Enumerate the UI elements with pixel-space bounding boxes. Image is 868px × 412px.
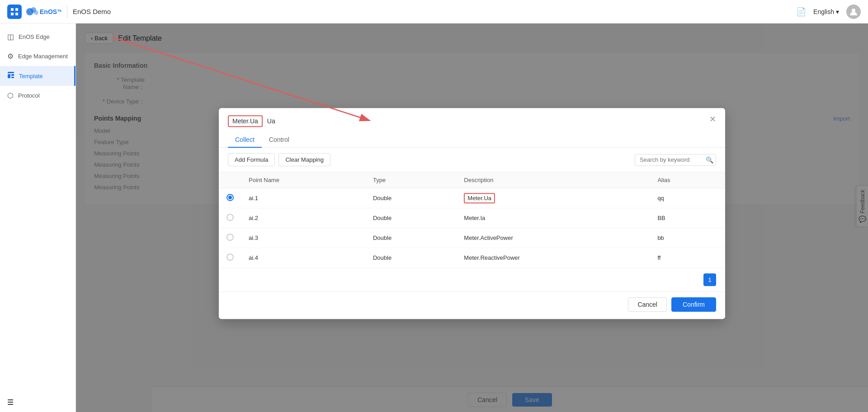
dialog-header: Meter.Ua Ua ✕ bbox=[219, 108, 725, 127]
edge-icon: ◫ bbox=[7, 33, 14, 41]
sidebar-item-label-protocol: Protocol bbox=[18, 92, 40, 99]
toolbar-left: Add Formula Clear Mapping bbox=[228, 153, 330, 166]
row3-alias: bb bbox=[650, 228, 725, 248]
row2-alias: BB bbox=[650, 208, 725, 228]
col-description: Description bbox=[457, 172, 650, 188]
row4-description: Meter.ReactivePower bbox=[457, 248, 650, 268]
row1-alias: qq bbox=[650, 188, 725, 208]
sidebar-item-template[interactable]: Template bbox=[0, 66, 75, 86]
row1-radio-cell[interactable] bbox=[219, 188, 241, 208]
main-layout: ◫ EnOS Edge ⚙ Edge Management Template ⬡… bbox=[0, 23, 868, 412]
chevron-down-icon: ▾ bbox=[836, 8, 839, 15]
search-icon: 🔍 bbox=[706, 156, 713, 164]
radio-btn-3[interactable] bbox=[226, 234, 234, 241]
add-formula-button[interactable]: Add Formula bbox=[228, 153, 275, 166]
svg-rect-10 bbox=[8, 74, 10, 78]
table-row[interactable]: ai.3 Double Meter.ActivePower bb bbox=[219, 228, 725, 248]
topbar-divider bbox=[67, 5, 67, 18]
row2-type: Double bbox=[366, 208, 457, 228]
row3-radio-cell[interactable] bbox=[219, 228, 241, 248]
main-content: ‹ Back Edit Template Basic Information T… bbox=[76, 23, 868, 412]
tab-control[interactable]: Control bbox=[262, 132, 297, 148]
svg-rect-12 bbox=[11, 77, 14, 78]
row1-desc-box: Meter.Ua bbox=[464, 193, 495, 203]
row4-type: Double bbox=[366, 248, 457, 268]
topbar-right: 📄 English ▾ bbox=[796, 5, 861, 19]
dialog-table: Point Name Type Description Alias bbox=[219, 172, 725, 268]
cancel-button[interactable]: Cancel bbox=[628, 297, 667, 312]
enos-logo: EnOS™ bbox=[25, 5, 61, 18]
svg-point-8 bbox=[852, 9, 855, 12]
row2-point-name: ai.2 bbox=[241, 208, 366, 228]
row4-radio-cell[interactable] bbox=[219, 248, 241, 268]
svg-point-6 bbox=[34, 10, 38, 15]
row1-description: Meter.Ua bbox=[457, 188, 650, 208]
table-row[interactable]: ai.2 Double Meter.Ia BB bbox=[219, 208, 725, 228]
search-box: 🔍 bbox=[635, 154, 716, 166]
collapse-icon: ☰ bbox=[7, 398, 14, 406]
dialog-toolbar: Add Formula Clear Mapping 🔍 bbox=[219, 148, 725, 172]
protocol-icon: ⬡ bbox=[7, 91, 14, 100]
sidebar-item-enos-edge[interactable]: ◫ EnOS Edge bbox=[0, 27, 75, 47]
row2-radio-cell[interactable] bbox=[219, 208, 241, 228]
sidebar-item-label-edge: EnOS Edge bbox=[19, 33, 50, 40]
logo-area: EnOS™ bbox=[7, 5, 61, 19]
row2-description: Meter.Ia bbox=[457, 208, 650, 228]
sidebar-item-label-management: Edge Management bbox=[18, 53, 68, 60]
svg-rect-2 bbox=[11, 13, 14, 15]
col-point-name: Point Name bbox=[241, 172, 366, 188]
svg-rect-1 bbox=[15, 8, 18, 11]
avatar[interactable] bbox=[846, 5, 861, 19]
row3-type: Double bbox=[366, 228, 457, 248]
table-body: ai.1 Double Meter.Ua qq ai.2 Double M bbox=[219, 188, 725, 268]
table-row[interactable]: ai.1 Double Meter.Ua qq bbox=[219, 188, 725, 208]
dialog-tabs: Collect Control bbox=[219, 132, 725, 148]
sidebar-item-protocol[interactable]: ⬡ Protocol bbox=[0, 86, 75, 105]
dialog-title: Meter.Ua bbox=[228, 115, 263, 127]
template-icon bbox=[7, 71, 14, 80]
lang-label: English bbox=[813, 8, 834, 15]
doc-icon[interactable]: 📄 bbox=[796, 7, 806, 17]
svg-rect-3 bbox=[15, 13, 18, 15]
table-header-row: Point Name Type Description Alias bbox=[219, 172, 725, 188]
dialog: Meter.Ua Ua ✕ Collect Control Add Formul… bbox=[219, 108, 725, 319]
management-icon: ⚙ bbox=[7, 52, 14, 61]
svg-text:EnOS™: EnOS™ bbox=[40, 8, 61, 15]
svg-rect-11 bbox=[11, 74, 14, 76]
sidebar-item-edge-management[interactable]: ⚙ Edge Management bbox=[0, 47, 75, 66]
row1-point-name: ai.1 bbox=[241, 188, 366, 208]
radio-btn-2[interactable] bbox=[226, 214, 234, 221]
search-input[interactable] bbox=[640, 156, 703, 163]
topbar: EnOS™ EnOS Demo 📄 English ▾ bbox=[0, 0, 868, 23]
col-alias: Alias bbox=[650, 172, 725, 188]
confirm-button[interactable]: Confirm bbox=[671, 297, 716, 312]
page-number[interactable]: 1 bbox=[703, 273, 716, 286]
sidebar-item-label-template: Template bbox=[19, 73, 43, 80]
radio-btn-4[interactable] bbox=[226, 253, 234, 261]
row1-type: Double bbox=[366, 188, 457, 208]
svg-rect-9 bbox=[8, 72, 14, 73]
row3-description: Meter.ActivePower bbox=[457, 228, 650, 248]
svg-rect-0 bbox=[11, 8, 14, 11]
close-button[interactable]: ✕ bbox=[709, 115, 716, 123]
tab-collect[interactable]: Collect bbox=[228, 132, 262, 148]
row4-alias: ff bbox=[650, 248, 725, 268]
radio-btn-1[interactable] bbox=[226, 194, 234, 201]
pagination-area: 1 bbox=[219, 268, 725, 291]
tab-collect-label: Collect bbox=[235, 136, 255, 143]
tab-control-label: Control bbox=[269, 136, 289, 143]
grid-icon[interactable] bbox=[7, 5, 22, 19]
app-title: EnOS Demo bbox=[73, 8, 111, 15]
row3-point-name: ai.3 bbox=[241, 228, 366, 248]
language-selector[interactable]: English ▾ bbox=[813, 8, 839, 15]
dialog-footer: Cancel Confirm bbox=[219, 291, 725, 319]
sidebar: ◫ EnOS Edge ⚙ Edge Management Template ⬡… bbox=[0, 23, 76, 412]
dialog-header-left: Meter.Ua Ua bbox=[228, 115, 275, 127]
clear-mapping-button[interactable]: Clear Mapping bbox=[278, 153, 330, 166]
col-radio bbox=[219, 172, 241, 188]
table-row[interactable]: ai.4 Double Meter.ReactivePower ff bbox=[219, 248, 725, 268]
row4-point-name: ai.4 bbox=[241, 248, 366, 268]
sidebar-collapse-btn[interactable]: ☰ bbox=[0, 393, 75, 412]
dialog-subtitle: Ua bbox=[267, 117, 275, 125]
col-type: Type bbox=[366, 172, 457, 188]
